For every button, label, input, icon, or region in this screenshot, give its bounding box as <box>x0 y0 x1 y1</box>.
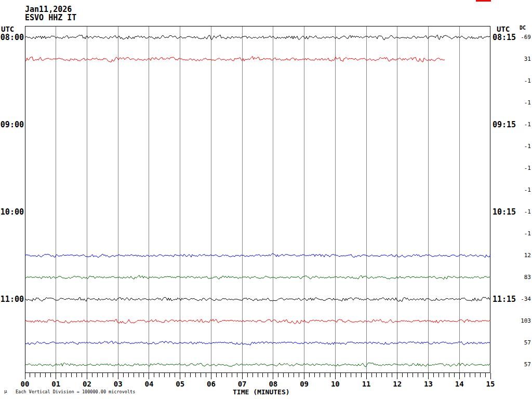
x-tick-label: 02 <box>78 380 95 388</box>
dc-value: -34 <box>508 296 531 302</box>
x-axis-title: TIME (MINUTES) <box>233 389 290 396</box>
seismic-trace-row-1130 <box>25 341 490 345</box>
x-tick-label: 04 <box>141 380 157 388</box>
dc-value: -1 <box>508 165 531 171</box>
dc-value: 31 <box>508 56 531 62</box>
helicorder-page: Jan11,2026 ESVO HHZ IT UTC UTC DC TIME (… <box>0 0 532 399</box>
left-time-label: 08:00 <box>0 33 24 42</box>
dc-value: -1 <box>508 231 531 237</box>
corner-micro-glyph: µ <box>4 389 7 394</box>
x-tick-label: 03 <box>110 380 126 388</box>
seismic-trace-row-0800 <box>25 35 490 40</box>
dc-value: -69 <box>508 34 531 41</box>
left-time-label: 10:00 <box>0 208 24 216</box>
helicorder-plot <box>0 0 532 399</box>
dc-value: 83 <box>508 274 531 281</box>
x-tick-label: 05 <box>172 380 189 388</box>
dc-value: -1 <box>508 143 531 150</box>
dc-value: 57 <box>508 340 531 346</box>
x-tick-label: 11 <box>358 380 375 388</box>
seismic-trace-row-1115 <box>25 319 490 324</box>
x-tick-label: 06 <box>203 380 219 388</box>
x-tick-label: 00 <box>17 380 33 388</box>
x-tick-label: 01 <box>48 380 64 388</box>
dc-value: -1 <box>508 78 531 84</box>
x-tick-label: 12 <box>389 380 406 388</box>
x-tick-label: 14 <box>451 380 468 388</box>
dc-value: -1 <box>508 187 531 193</box>
dc-value: 57 <box>508 362 531 368</box>
x-tick-label: 08 <box>265 380 282 388</box>
x-tick-label: 09 <box>296 380 313 388</box>
seismic-trace-row-1045 <box>25 275 490 280</box>
dc-value: 12 <box>508 252 531 259</box>
scale-note: Each Vertical Division = 100000.00 micro… <box>16 389 135 394</box>
dc-value: -1 <box>508 100 531 106</box>
left-time-label: 09:00 <box>0 121 24 129</box>
seismic-trace-row-0815 <box>25 56 445 62</box>
left-time-label: 11:00 <box>0 295 24 303</box>
seismic-trace-row-1030 <box>25 254 490 257</box>
x-tick-label: 15 <box>482 380 499 388</box>
x-tick-label: 07 <box>234 380 250 388</box>
seismic-trace-row-1100 <box>25 297 490 301</box>
x-tick-label: 13 <box>420 380 437 388</box>
dc-value: -1 <box>508 209 531 215</box>
x-tick-label: 10 <box>327 380 343 388</box>
dc-value: 103 <box>508 318 531 324</box>
dc-value: -1 <box>508 122 531 128</box>
seismic-trace-row-1145 <box>25 363 490 367</box>
